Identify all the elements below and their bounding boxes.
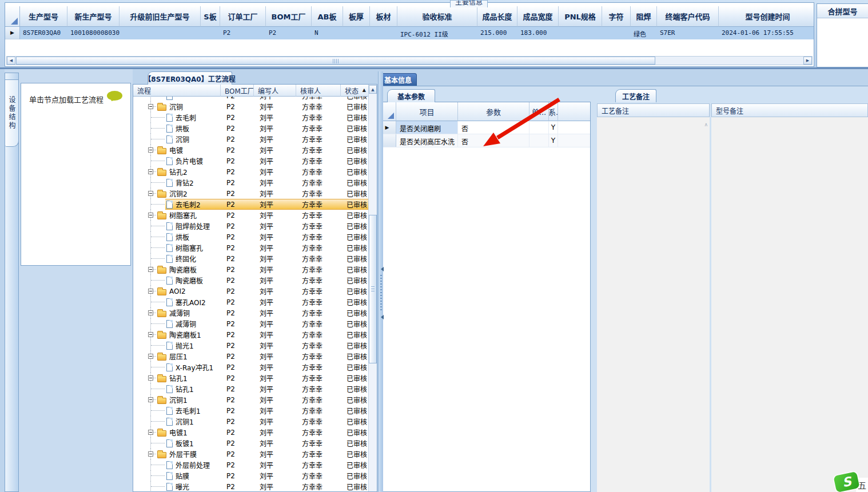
top-grid-column-header[interactable]: 成品长度 bbox=[477, 6, 517, 27]
tree-row-cell[interactable]: 已审核 bbox=[341, 340, 368, 351]
tree-row-cell[interactable]: P2 bbox=[221, 297, 254, 307]
tree-row-cell[interactable]: 刘平 bbox=[254, 123, 296, 134]
tree-row-cell[interactable]: 刘平 bbox=[254, 438, 296, 449]
top-grid-column-header[interactable]: 升级前旧生产型号 bbox=[120, 6, 201, 27]
tree-row[interactable]: 沉铜1P2刘平方幸幸已审核 bbox=[133, 416, 368, 427]
param-row[interactable]: 是否关闭高压水洗否Y bbox=[379, 134, 590, 147]
tree-row-cell[interactable]: 方幸幸 bbox=[296, 405, 341, 416]
tree-row-cell[interactable]: P2 bbox=[221, 394, 254, 405]
splitter-collapse-icon[interactable] bbox=[379, 267, 384, 271]
tree-row-cell[interactable]: 方幸幸 bbox=[296, 275, 341, 286]
tree-row-cell[interactable]: 方幸幸 bbox=[296, 231, 341, 242]
tree-row-cell[interactable]: 已审核 bbox=[341, 297, 368, 307]
tree-row-cell[interactable]: 已审核 bbox=[341, 242, 368, 253]
tree-row-cell[interactable]: 已审核 bbox=[341, 134, 368, 145]
tree-row-cell[interactable]: 已审核 bbox=[341, 373, 368, 383]
tree-row-cell[interactable]: 已审核 bbox=[341, 123, 368, 134]
panel-splitter[interactable] bbox=[378, 71, 383, 492]
tree-row-cell[interactable]: P2 bbox=[221, 177, 254, 188]
tree-row-cell[interactable]: 已审核 bbox=[341, 210, 368, 221]
tree-row-cell[interactable]: P2 bbox=[221, 242, 254, 253]
tree-row-cell[interactable]: 刘平 bbox=[254, 427, 296, 438]
tree-row-cell[interactable]: 已审核 bbox=[341, 383, 368, 394]
tree-row-cell[interactable]: 已审核 bbox=[341, 481, 368, 491]
tree-row-cell[interactable]: 方幸幸 bbox=[296, 362, 341, 373]
tree-row[interactable]: 烘板P2刘平方幸幸已审核 bbox=[133, 123, 368, 134]
scrollbar-thumb[interactable] bbox=[16, 57, 655, 65]
merge-model-header[interactable]: 合拼型号 bbox=[817, 4, 868, 18]
tree-row-cell[interactable]: 方幸幸 bbox=[296, 286, 341, 297]
tree-row-cell[interactable]: P2 bbox=[221, 112, 254, 123]
param-cell[interactable]: 否 bbox=[458, 121, 529, 134]
tree-row[interactable]: 树脂塞孔P2刘平方幸幸已审核 bbox=[133, 210, 368, 221]
tree-row-cell[interactable]: 刘平 bbox=[254, 416, 296, 427]
expand-minus-icon[interactable] bbox=[148, 213, 153, 218]
expand-minus-icon[interactable] bbox=[148, 375, 153, 381]
tree-row-cell[interactable]: 已审核 bbox=[341, 329, 368, 340]
top-grid-column-header[interactable]: 订单工厂 bbox=[220, 6, 266, 27]
expand-minus-icon[interactable] bbox=[148, 451, 153, 457]
top-grid-column-header[interactable]: 新生产型号 bbox=[67, 6, 120, 27]
tree-column-header[interactable]: 核审人 bbox=[296, 85, 341, 97]
tree-row-cell[interactable]: 已审核 bbox=[341, 264, 368, 275]
tree-row-cell[interactable]: 方幸幸 bbox=[296, 459, 341, 470]
top-grid-column-header[interactable]: 板材 bbox=[370, 6, 397, 27]
param-cell[interactable]: Y bbox=[549, 134, 558, 147]
tree-row-cell[interactable]: 已审核 bbox=[341, 318, 368, 329]
tree-row-cell[interactable]: 刘平 bbox=[254, 470, 296, 481]
tree-row-cell[interactable]: P2 bbox=[221, 275, 254, 286]
tree-row[interactable]: 负片电镀P2刘平方幸幸已审核 bbox=[133, 155, 368, 166]
top-grid-cell[interactable]: S7ER bbox=[657, 27, 719, 39]
tree-row-cell[interactable]: 刘平 bbox=[254, 383, 296, 394]
tree-row-cell[interactable]: 方幸幸 bbox=[296, 97, 341, 101]
expand-minus-icon[interactable] bbox=[148, 191, 153, 196]
tree-row-cell[interactable]: P2 bbox=[221, 470, 254, 481]
param-column-header[interactable]: 项目 bbox=[396, 102, 458, 121]
tree-row-cell[interactable]: 方幸幸 bbox=[296, 242, 341, 253]
tree-row-cell[interactable]: 刘平 bbox=[254, 481, 296, 491]
tree-row[interactable]: 烘板P2刘平方幸幸已审核 bbox=[133, 231, 368, 242]
tree-row-cell[interactable]: P2 bbox=[221, 97, 254, 101]
tree-row-cell[interactable]: P2 bbox=[221, 166, 254, 177]
top-grid-column-header[interactable]: S板 bbox=[201, 6, 220, 27]
tree-row-cell[interactable]: 刘平 bbox=[254, 307, 296, 318]
tree-row-cell[interactable]: P2 bbox=[221, 221, 254, 231]
tree-row-cell[interactable]: P2 bbox=[221, 199, 254, 210]
tree-row[interactable]: 终固化P2刘平方幸幸已审核 bbox=[133, 253, 368, 264]
tree-row-cell[interactable]: 刘平 bbox=[254, 394, 296, 405]
tree-row-cell[interactable]: P2 bbox=[221, 210, 254, 221]
tree-row-cell[interactable]: P2 bbox=[221, 459, 254, 470]
tree-row[interactable]: 板镀1P2刘平方幸幸已审核 bbox=[133, 438, 368, 449]
tree-row[interactable]: 去毛刺2P2刘平方幸幸已审核 bbox=[133, 199, 368, 210]
tree-row-cell[interactable]: 已审核 bbox=[341, 112, 368, 123]
tree-row-cell[interactable]: 方幸幸 bbox=[296, 123, 341, 134]
scrollbar-thumb[interactable] bbox=[369, 215, 377, 363]
tree-row-cell[interactable]: 刘平 bbox=[254, 297, 296, 307]
horizontal-scrollbar[interactable]: ◀ ▶ bbox=[6, 56, 813, 65]
top-grid-cell[interactable] bbox=[559, 27, 602, 39]
splitter-grip[interactable] bbox=[380, 275, 382, 310]
tree-row-cell[interactable]: 已审核 bbox=[341, 101, 368, 112]
tree-row-cell[interactable]: 方幸幸 bbox=[296, 340, 341, 351]
model-remark-textarea[interactable] bbox=[711, 117, 868, 492]
tree-row-cell[interactable]: 方幸幸 bbox=[296, 438, 341, 449]
tree-row-cell[interactable]: 刘平 bbox=[254, 177, 296, 188]
tree-row-cell[interactable]: P2 bbox=[221, 481, 254, 491]
top-grid-column-header[interactable]: BOM工厂 bbox=[266, 6, 312, 27]
tree-row-cell[interactable]: 已审核 bbox=[341, 231, 368, 242]
tree-row-cell[interactable]: P2 bbox=[221, 373, 254, 383]
tree-row-cell[interactable]: 刘平 bbox=[254, 155, 296, 166]
tree-row-cell[interactable]: 方幸幸 bbox=[296, 416, 341, 427]
tree-row-cell[interactable]: P2 bbox=[221, 123, 254, 134]
tree-row-cell[interactable]: P2 bbox=[221, 307, 254, 318]
tree-row-cell[interactable]: 刘平 bbox=[254, 145, 296, 155]
top-grid-cell[interactable] bbox=[120, 27, 201, 39]
param-cell[interactable] bbox=[529, 121, 549, 134]
tree-row[interactable]: 层压1P2刘平方幸幸已审核 bbox=[133, 351, 368, 362]
tree-row-cell[interactable]: 方幸幸 bbox=[296, 318, 341, 329]
tree-column-header[interactable]: 编写人 bbox=[254, 85, 296, 97]
top-grid-column-header[interactable]: 板厚 bbox=[343, 6, 370, 27]
tree-row-cell[interactable]: 方幸幸 bbox=[296, 481, 341, 491]
top-grid-cell[interactable] bbox=[343, 27, 370, 39]
top-grid-cell[interactable] bbox=[602, 27, 631, 39]
